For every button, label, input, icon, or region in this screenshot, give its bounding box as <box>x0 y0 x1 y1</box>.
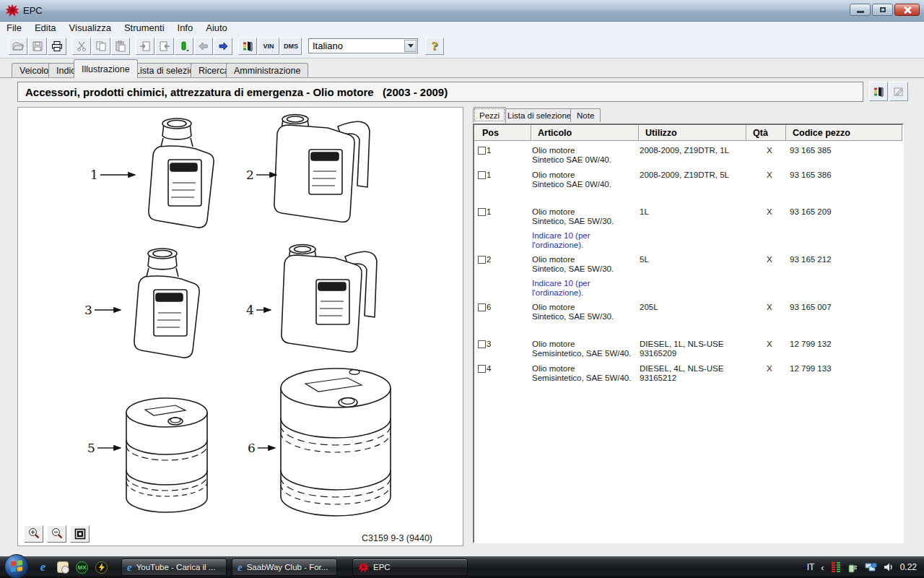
row-checkbox[interactable] <box>478 340 486 348</box>
cell-utilizzo: 2008-2009, Z19DTR, 1L <box>640 146 764 155</box>
ie-icon[interactable]: e <box>36 561 50 574</box>
power-plug-icon[interactable] <box>847 562 858 573</box>
menubar: File Edita Visualizza Strumenti Info Aiu… <box>0 22 924 34</box>
cell-qta: X <box>767 146 772 155</box>
tray-chevron-icon[interactable]: ‹ <box>821 562 824 573</box>
menu-info[interactable]: Info <box>171 22 200 33</box>
lightning-icon[interactable] <box>95 561 108 574</box>
print-button[interactable] <box>48 38 66 55</box>
header-catalog-button[interactable] <box>869 82 888 101</box>
callout-3: 3 <box>84 303 121 317</box>
print-icon <box>51 40 63 52</box>
row-checkbox[interactable] <box>478 208 486 216</box>
volume-icon[interactable] <box>884 562 894 572</box>
task-youtube[interactable]: e YouTube - Carica il ... <box>121 558 227 576</box>
language-value: Italiano <box>309 40 343 51</box>
zoom-in-button[interactable] <box>24 525 43 543</box>
row-checkbox[interactable] <box>478 365 486 373</box>
minimize-button[interactable] <box>850 4 871 16</box>
task-label: SaabWay Club - For... <box>247 563 328 571</box>
green-marker-icon <box>178 40 190 52</box>
menu-file[interactable]: File <box>0 22 28 33</box>
back-button[interactable] <box>194 38 213 55</box>
menu-aiuto[interactable]: Aiuto <box>199 22 234 33</box>
page-title: Accessori, prodotti chimici, attrezzatur… <box>18 86 448 98</box>
menu-strumenti[interactable]: Strumenti <box>118 22 171 33</box>
dms-button[interactable]: DMS <box>280 38 302 55</box>
svg-text:1: 1 <box>90 168 98 182</box>
main-tabstrip: Veicolo Indice Illustrazione Lista di se… <box>0 59 924 78</box>
illustration-panel: 1 2 3 4 5 <box>17 107 463 546</box>
col-codice-pezzo[interactable]: Codice pezzo <box>786 125 902 141</box>
help-button[interactable]: ? <box>425 38 444 55</box>
cell-articolo-2: Sintetico, SAE 5W/30. <box>532 264 639 274</box>
taskbar: e MX e YouTube - Carica il ... e SaabWay… <box>0 556 924 578</box>
cell-utilizzo: 2008-2009, Z19DTR, 5L <box>640 171 764 180</box>
restore-button[interactable] <box>872 4 893 16</box>
mail-clock-icon[interactable] <box>56 561 69 574</box>
zoom-out-icon <box>51 527 64 540</box>
epc-app-icon <box>6 4 19 17</box>
system-tray: IT ‹ 0.22 <box>807 561 924 573</box>
row-checkbox[interactable] <box>478 256 486 264</box>
zoom-out-button[interactable] <box>47 525 66 543</box>
window-title: EPC <box>23 5 43 16</box>
cell-utilizzo: 5L <box>640 255 764 264</box>
marker-button[interactable] <box>175 38 193 55</box>
copy-button[interactable] <box>92 38 110 55</box>
menu-edita[interactable]: Edita <box>28 22 63 33</box>
parts-tab-lista-di-selezione[interactable]: Lista di selezione <box>501 108 578 122</box>
cell-codice: 93 165 212 <box>790 255 832 264</box>
language-select[interactable]: Italiano <box>308 38 418 53</box>
mx-icon[interactable]: MX <box>75 561 89 574</box>
clock[interactable]: 0.22 <box>900 562 917 572</box>
open-folder-icon <box>12 40 24 52</box>
cell-qta: X <box>767 340 772 349</box>
header-note-button[interactable] <box>889 82 908 101</box>
table-row: 4 Olio motore Semisintetico, SAE 5W/40. … <box>474 364 902 384</box>
combo-drop-button[interactable] <box>404 40 417 52</box>
cell-articolo-2: Semisintetico, SAE 5W/40. <box>532 349 639 358</box>
cell-pos: 2 <box>487 255 491 264</box>
import-page-button[interactable] <box>136 38 154 55</box>
col-pos[interactable]: Pos <box>474 125 531 141</box>
tab-illustrazione[interactable]: Illustrazione <box>74 59 138 78</box>
cell-codice: 93 165 386 <box>790 171 832 180</box>
col-articolo[interactable]: Articolo <box>531 125 639 141</box>
cell-articolo: Olio motore <box>532 255 639 264</box>
save-button[interactable] <box>28 38 47 55</box>
start-button[interactable] <box>4 554 29 578</box>
paste-button[interactable] <box>111 38 130 55</box>
row-checkbox[interactable] <box>478 147 486 155</box>
fit-view-button[interactable] <box>70 525 90 543</box>
catalog-icon <box>242 40 253 52</box>
row-checkbox[interactable] <box>478 171 486 179</box>
equalizer-icon[interactable] <box>831 561 841 573</box>
col-utilizzo[interactable]: Utilizzo <box>639 125 746 141</box>
rows-area: 1 Olio motore Sintetico SAE 0W/40. 2008-… <box>474 141 902 542</box>
open-button[interactable] <box>9 38 27 55</box>
export-page-button[interactable] <box>155 38 174 55</box>
language-indicator[interactable]: IT <box>807 562 815 572</box>
tab-amministrazione[interactable]: Amministrazione <box>226 63 308 78</box>
forward-button[interactable] <box>214 38 232 55</box>
parts-tab-pezzi[interactable]: Pezzi <box>473 107 506 123</box>
close-button[interactable] <box>894 4 920 16</box>
cell-codice: 93 165 385 <box>790 146 832 155</box>
ie-icon: e <box>237 561 243 574</box>
task-saabway[interactable]: e SaabWay Club - For... <box>232 558 337 576</box>
page-header: Accessori, prodotti chimici, attrezzatur… <box>17 82 863 102</box>
row-checkbox[interactable] <box>478 303 486 311</box>
cut-button[interactable] <box>72 38 91 55</box>
network-icon[interactable] <box>865 562 877 573</box>
epc-icon <box>358 562 369 573</box>
col-qta[interactable]: Qtà <box>746 125 786 141</box>
task-epc[interactable]: EPC <box>352 558 468 576</box>
menu-visualizza[interactable]: Visualizza <box>63 22 118 33</box>
catalog-button[interactable] <box>238 38 257 55</box>
cell-qta: X <box>767 364 772 374</box>
callout-6: 6 <box>248 441 275 455</box>
parts-tab-note[interactable]: Note <box>570 108 601 122</box>
vin-button[interactable]: VIN <box>258 38 279 55</box>
cell-utilizzo: DIESEL, 1L, NLS-USE <box>640 340 764 349</box>
